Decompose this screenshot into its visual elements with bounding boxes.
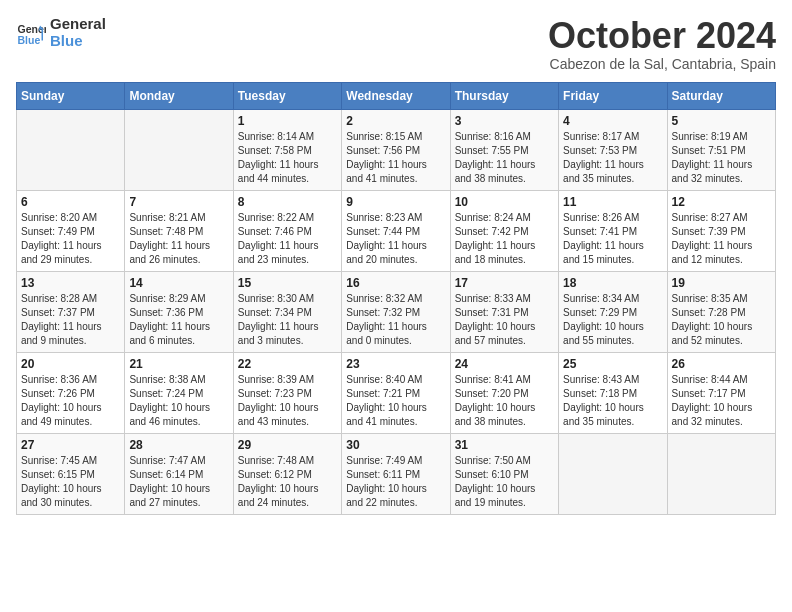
day-info: Sunrise: 8:36 AMSunset: 7:26 PMDaylight:… xyxy=(21,373,120,429)
logo-blue: Blue xyxy=(50,33,106,50)
calendar-cell: 15Sunrise: 8:30 AMSunset: 7:34 PMDayligh… xyxy=(233,271,341,352)
day-info: Sunrise: 8:15 AMSunset: 7:56 PMDaylight:… xyxy=(346,130,445,186)
calendar-cell: 18Sunrise: 8:34 AMSunset: 7:29 PMDayligh… xyxy=(559,271,667,352)
day-number: 12 xyxy=(672,195,771,209)
day-number: 2 xyxy=(346,114,445,128)
day-number: 18 xyxy=(563,276,662,290)
day-number: 3 xyxy=(455,114,554,128)
calendar-cell: 29Sunrise: 7:48 AMSunset: 6:12 PMDayligh… xyxy=(233,433,341,514)
day-info: Sunrise: 8:39 AMSunset: 7:23 PMDaylight:… xyxy=(238,373,337,429)
col-header-monday: Monday xyxy=(125,82,233,109)
page-header: General Blue General Blue October 2024 C… xyxy=(16,16,776,72)
calendar-cell: 30Sunrise: 7:49 AMSunset: 6:11 PMDayligh… xyxy=(342,433,450,514)
col-header-friday: Friday xyxy=(559,82,667,109)
calendar-cell: 19Sunrise: 8:35 AMSunset: 7:28 PMDayligh… xyxy=(667,271,775,352)
month-title: October 2024 xyxy=(548,16,776,56)
day-number: 7 xyxy=(129,195,228,209)
day-number: 11 xyxy=(563,195,662,209)
day-number: 26 xyxy=(672,357,771,371)
calendar-cell: 11Sunrise: 8:26 AMSunset: 7:41 PMDayligh… xyxy=(559,190,667,271)
calendar-cell: 16Sunrise: 8:32 AMSunset: 7:32 PMDayligh… xyxy=(342,271,450,352)
day-number: 17 xyxy=(455,276,554,290)
calendar-cell: 21Sunrise: 8:38 AMSunset: 7:24 PMDayligh… xyxy=(125,352,233,433)
day-number: 27 xyxy=(21,438,120,452)
day-info: Sunrise: 7:50 AMSunset: 6:10 PMDaylight:… xyxy=(455,454,554,510)
day-number: 15 xyxy=(238,276,337,290)
day-info: Sunrise: 8:14 AMSunset: 7:58 PMDaylight:… xyxy=(238,130,337,186)
calendar-cell: 31Sunrise: 7:50 AMSunset: 6:10 PMDayligh… xyxy=(450,433,558,514)
day-info: Sunrise: 8:17 AMSunset: 7:53 PMDaylight:… xyxy=(563,130,662,186)
calendar-cell: 20Sunrise: 8:36 AMSunset: 7:26 PMDayligh… xyxy=(17,352,125,433)
calendar-cell: 6Sunrise: 8:20 AMSunset: 7:49 PMDaylight… xyxy=(17,190,125,271)
calendar-cell: 23Sunrise: 8:40 AMSunset: 7:21 PMDayligh… xyxy=(342,352,450,433)
day-number: 31 xyxy=(455,438,554,452)
day-number: 6 xyxy=(21,195,120,209)
calendar-week-4: 20Sunrise: 8:36 AMSunset: 7:26 PMDayligh… xyxy=(17,352,776,433)
calendar-week-5: 27Sunrise: 7:45 AMSunset: 6:15 PMDayligh… xyxy=(17,433,776,514)
day-number: 5 xyxy=(672,114,771,128)
col-header-saturday: Saturday xyxy=(667,82,775,109)
calendar-cell: 22Sunrise: 8:39 AMSunset: 7:23 PMDayligh… xyxy=(233,352,341,433)
calendar-table: SundayMondayTuesdayWednesdayThursdayFrid… xyxy=(16,82,776,515)
calendar-cell: 14Sunrise: 8:29 AMSunset: 7:36 PMDayligh… xyxy=(125,271,233,352)
day-number: 9 xyxy=(346,195,445,209)
day-number: 23 xyxy=(346,357,445,371)
calendar-cell: 1Sunrise: 8:14 AMSunset: 7:58 PMDaylight… xyxy=(233,109,341,190)
day-info: Sunrise: 8:24 AMSunset: 7:42 PMDaylight:… xyxy=(455,211,554,267)
calendar-header-row: SundayMondayTuesdayWednesdayThursdayFrid… xyxy=(17,82,776,109)
calendar-cell xyxy=(125,109,233,190)
day-info: Sunrise: 7:49 AMSunset: 6:11 PMDaylight:… xyxy=(346,454,445,510)
calendar-cell: 7Sunrise: 8:21 AMSunset: 7:48 PMDaylight… xyxy=(125,190,233,271)
calendar-week-1: 1Sunrise: 8:14 AMSunset: 7:58 PMDaylight… xyxy=(17,109,776,190)
day-info: Sunrise: 8:23 AMSunset: 7:44 PMDaylight:… xyxy=(346,211,445,267)
calendar-cell: 5Sunrise: 8:19 AMSunset: 7:51 PMDaylight… xyxy=(667,109,775,190)
day-number: 22 xyxy=(238,357,337,371)
day-number: 28 xyxy=(129,438,228,452)
day-info: Sunrise: 8:27 AMSunset: 7:39 PMDaylight:… xyxy=(672,211,771,267)
calendar-cell: 3Sunrise: 8:16 AMSunset: 7:55 PMDaylight… xyxy=(450,109,558,190)
logo-general: General xyxy=(50,16,106,33)
day-info: Sunrise: 8:40 AMSunset: 7:21 PMDaylight:… xyxy=(346,373,445,429)
day-info: Sunrise: 8:22 AMSunset: 7:46 PMDaylight:… xyxy=(238,211,337,267)
col-header-thursday: Thursday xyxy=(450,82,558,109)
svg-text:Blue: Blue xyxy=(18,33,41,45)
day-number: 25 xyxy=(563,357,662,371)
calendar-cell xyxy=(559,433,667,514)
day-info: Sunrise: 8:44 AMSunset: 7:17 PMDaylight:… xyxy=(672,373,771,429)
calendar-cell xyxy=(667,433,775,514)
calendar-week-3: 13Sunrise: 8:28 AMSunset: 7:37 PMDayligh… xyxy=(17,271,776,352)
col-header-tuesday: Tuesday xyxy=(233,82,341,109)
day-number: 4 xyxy=(563,114,662,128)
day-number: 20 xyxy=(21,357,120,371)
calendar-cell: 25Sunrise: 8:43 AMSunset: 7:18 PMDayligh… xyxy=(559,352,667,433)
calendar-cell: 17Sunrise: 8:33 AMSunset: 7:31 PMDayligh… xyxy=(450,271,558,352)
day-number: 8 xyxy=(238,195,337,209)
day-info: Sunrise: 8:41 AMSunset: 7:20 PMDaylight:… xyxy=(455,373,554,429)
day-number: 21 xyxy=(129,357,228,371)
col-header-wednesday: Wednesday xyxy=(342,82,450,109)
calendar-cell: 8Sunrise: 8:22 AMSunset: 7:46 PMDaylight… xyxy=(233,190,341,271)
day-info: Sunrise: 8:33 AMSunset: 7:31 PMDaylight:… xyxy=(455,292,554,348)
day-number: 16 xyxy=(346,276,445,290)
day-info: Sunrise: 7:47 AMSunset: 6:14 PMDaylight:… xyxy=(129,454,228,510)
calendar-cell: 9Sunrise: 8:23 AMSunset: 7:44 PMDaylight… xyxy=(342,190,450,271)
day-info: Sunrise: 8:19 AMSunset: 7:51 PMDaylight:… xyxy=(672,130,771,186)
calendar-cell: 26Sunrise: 8:44 AMSunset: 7:17 PMDayligh… xyxy=(667,352,775,433)
day-info: Sunrise: 7:48 AMSunset: 6:12 PMDaylight:… xyxy=(238,454,337,510)
day-number: 19 xyxy=(672,276,771,290)
day-number: 13 xyxy=(21,276,120,290)
day-number: 24 xyxy=(455,357,554,371)
calendar-body: 1Sunrise: 8:14 AMSunset: 7:58 PMDaylight… xyxy=(17,109,776,514)
day-info: Sunrise: 8:29 AMSunset: 7:36 PMDaylight:… xyxy=(129,292,228,348)
day-number: 1 xyxy=(238,114,337,128)
day-number: 10 xyxy=(455,195,554,209)
day-number: 29 xyxy=(238,438,337,452)
title-block: October 2024 Cabezon de la Sal, Cantabri… xyxy=(548,16,776,72)
day-info: Sunrise: 8:32 AMSunset: 7:32 PMDaylight:… xyxy=(346,292,445,348)
calendar-cell: 4Sunrise: 8:17 AMSunset: 7:53 PMDaylight… xyxy=(559,109,667,190)
day-info: Sunrise: 8:34 AMSunset: 7:29 PMDaylight:… xyxy=(563,292,662,348)
calendar-week-2: 6Sunrise: 8:20 AMSunset: 7:49 PMDaylight… xyxy=(17,190,776,271)
day-info: Sunrise: 8:28 AMSunset: 7:37 PMDaylight:… xyxy=(21,292,120,348)
day-number: 30 xyxy=(346,438,445,452)
day-info: Sunrise: 8:38 AMSunset: 7:24 PMDaylight:… xyxy=(129,373,228,429)
